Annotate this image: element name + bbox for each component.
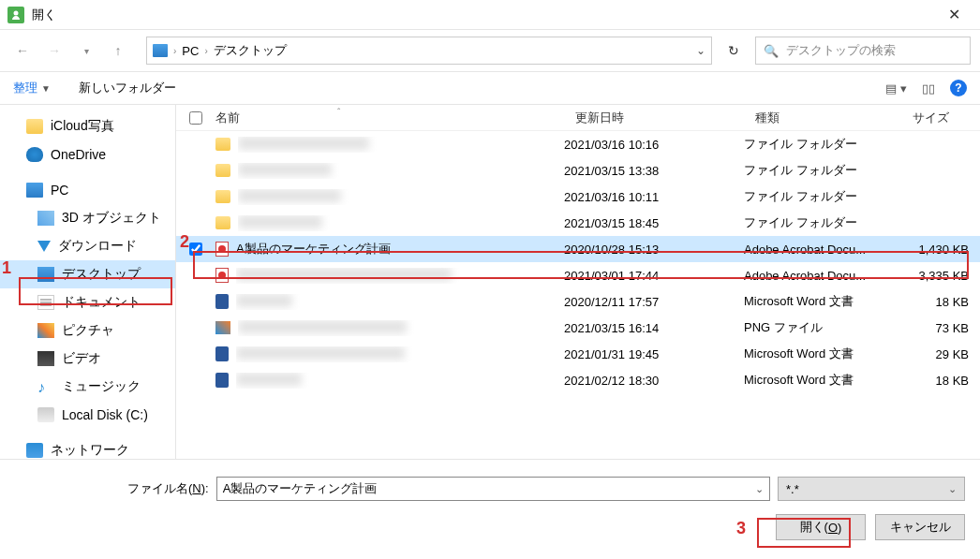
network-icon (26, 443, 43, 458)
file-row[interactable]: A製品のマーケティング計画2020/10/28 15:13Adobe Acrob… (176, 236, 980, 262)
desktop-icon (37, 267, 54, 282)
file-row[interactable]: 2021/01/31 19:45Microsoft Word 文書29 KB (176, 341, 980, 367)
nav-forward-button[interactable]: → (41, 37, 67, 64)
file-type: ファイル フォルダー (744, 188, 901, 205)
sidebar-item-label: OneDrive (51, 147, 106, 162)
pc-icon (26, 183, 43, 198)
file-size: 3,335 KB (901, 269, 969, 283)
file-date: 2021/03/15 18:45 (564, 216, 744, 230)
sidebar-item-network[interactable]: ネットワーク (0, 436, 175, 459)
column-size[interactable]: サイズ (913, 110, 980, 126)
file-row[interactable]: 2021/03/15 18:45ファイル フォルダー (176, 210, 980, 236)
sidebar-item-videos[interactable]: ビデオ (0, 345, 175, 373)
sidebar-item-downloads[interactable]: ダウンロード (0, 232, 175, 260)
chevron-down-icon[interactable]: ⌄ (696, 44, 705, 57)
chevron-down-icon[interactable]: ⌄ (755, 483, 764, 495)
sidebar-item-label: 3D オブジェクト (62, 210, 161, 227)
breadcrumb-desktop[interactable]: デスクトップ (214, 42, 287, 59)
cancel-button[interactable]: キャンセル (875, 514, 965, 540)
pdf-icon (215, 242, 229, 257)
file-name (238, 189, 564, 205)
disk-icon (37, 407, 54, 422)
address-bar[interactable]: › PC › デスクトップ ⌄ (146, 37, 712, 65)
sidebar-item-pc[interactable]: PC (0, 176, 175, 204)
file-type: PNG ファイル (744, 319, 901, 336)
filename-input[interactable]: A製品のマーケティング計画⌄ (216, 477, 770, 501)
organize-menu[interactable]: 整理 (13, 80, 37, 96)
file-row[interactable]: 2020/12/11 17:57Microsoft Word 文書18 KB (176, 288, 980, 315)
file-row[interactable]: 2021/02/12 18:30Microsoft Word 文書18 KB (176, 367, 980, 393)
file-date: 2021/03/16 10:11 (564, 190, 744, 204)
file-date: 2021/02/12 18:30 (564, 374, 744, 388)
folder-icon (26, 119, 43, 134)
pdf-icon (215, 268, 229, 283)
file-name (238, 215, 564, 231)
file-name (238, 320, 564, 336)
nav-dropdown-icon[interactable]: ▾ (73, 37, 99, 64)
file-type: ファイル フォルダー (744, 214, 901, 231)
column-date[interactable]: 更新日時 (575, 110, 755, 126)
file-type: ファイル フォルダー (744, 162, 901, 179)
sidebar-item-3d-objects[interactable]: 3D オブジェクト (0, 204, 175, 232)
sidebar-item-label: ダウンロード (58, 238, 137, 255)
annotation-1: 1 (2, 258, 11, 278)
file-name: A製品のマーケティング計画 (236, 241, 564, 257)
annotation-3: 3 (736, 519, 746, 538)
svg-point-0 (14, 10, 19, 15)
sidebar-item-documents[interactable]: ドキュメント (0, 288, 175, 316)
help-icon[interactable]: ? (950, 80, 967, 96)
sidebar-item-onedrive[interactable]: OneDrive (0, 140, 175, 169)
sidebar-item-label: ピクチャ (62, 322, 114, 339)
file-type: Adobe Acrobat Docu... (744, 243, 901, 257)
nav-back-button[interactable]: ← (9, 37, 36, 64)
toolbar: 整理 ▼ 新しいフォルダー ▤ ▾ ▯▯ ? (0, 71, 980, 105)
sidebar-item-pictures[interactable]: ピクチャ (0, 316, 175, 345)
open-button[interactable]: 開く(O) (776, 514, 866, 540)
file-date: 2020/10/28 15:13 (564, 243, 744, 257)
file-date: 2020/12/11 17:57 (564, 295, 744, 309)
sidebar-item-music[interactable]: ♪ミュージック (0, 373, 175, 401)
preview-pane-icon[interactable]: ▯▯ (922, 81, 935, 96)
column-type[interactable]: 種類 (755, 110, 913, 126)
search-input[interactable]: 🔍 デスクトップの検索 (755, 37, 971, 65)
sidebar-item-local-disk[interactable]: Local Disk (C:) (0, 401, 175, 429)
sidebar-item-icloud[interactable]: iCloud写真 (0, 112, 175, 140)
file-row[interactable]: 2021/03/01 17:44Adobe Acrobat Docu...3,3… (176, 262, 980, 288)
file-row[interactable]: 2021/03/15 13:38ファイル フォルダー (176, 157, 980, 184)
annotation-2: 2 (180, 232, 189, 252)
onedrive-icon (26, 147, 43, 162)
breadcrumb-pc[interactable]: PC (182, 44, 199, 58)
close-button[interactable]: ✕ (935, 6, 973, 23)
folder-icon (215, 138, 230, 151)
checkbox-header[interactable] (176, 111, 215, 125)
folder-icon (215, 190, 230, 203)
file-row[interactable]: 2021/03/16 10:11ファイル フォルダー (176, 184, 980, 210)
column-headers: 名前ˆ 更新日時 種類 サイズ (176, 105, 980, 131)
file-list: 名前ˆ 更新日時 種類 サイズ 2021/03/16 10:16ファイル フォル… (176, 105, 980, 459)
file-size: 29 KB (901, 347, 969, 361)
file-size: 1,430 KB (901, 243, 969, 257)
file-size: 18 KB (901, 295, 969, 309)
file-date: 2021/03/01 17:44 (564, 269, 744, 283)
nav-up-button[interactable]: ↑ (105, 37, 131, 64)
file-row[interactable]: 2021/03/16 10:16ファイル フォルダー (176, 131, 980, 157)
file-type: Adobe Acrobat Docu... (744, 269, 901, 283)
view-list-icon[interactable]: ▤ ▾ (885, 81, 907, 96)
sidebar-item-label: PC (51, 183, 68, 198)
file-size: 73 KB (901, 321, 969, 335)
file-row[interactable]: 2021/03/15 16:14PNG ファイル73 KB (176, 315, 980, 341)
sidebar-item-desktop[interactable]: デスクトップ (0, 260, 175, 288)
refresh-button[interactable]: ↻ (718, 37, 750, 65)
footer: ファイル名(N): A製品のマーケティング計画⌄ *.*⌄ 開く(O) キャンセ… (0, 459, 980, 552)
file-date: 2021/01/31 19:45 (564, 347, 744, 361)
new-folder-button[interactable]: 新しいフォルダー (79, 80, 176, 96)
column-name[interactable]: 名前ˆ (215, 110, 575, 126)
sidebar-item-label: ミュージック (62, 378, 141, 395)
file-size: 18 KB (901, 374, 969, 388)
sidebar-item-label: ネットワーク (51, 442, 129, 459)
videos-icon (37, 351, 54, 366)
chevron-right-icon: › (173, 46, 176, 56)
chevron-down-icon[interactable]: ▼ (41, 83, 51, 94)
png-icon (215, 321, 230, 334)
filetype-select[interactable]: *.*⌄ (778, 477, 965, 501)
